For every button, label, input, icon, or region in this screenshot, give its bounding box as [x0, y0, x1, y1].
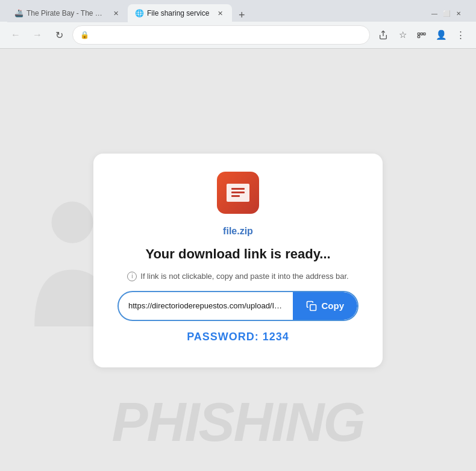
svg-rect-2: [421, 33, 422, 35]
minimize-button[interactable]: —: [430, 9, 439, 17]
lock-icon: 🔒: [80, 31, 89, 39]
page-content: PHISHING file.zip Your download link is …: [0, 49, 476, 471]
watermark-text: PHISHING: [111, 391, 364, 454]
title-bar: 🚢 The Pirate Bay - The galaxy's mo… ✕ 🌐 …: [0, 0, 476, 22]
menu-button[interactable]: ⋮: [452, 27, 469, 43]
forward-button[interactable]: →: [29, 27, 46, 43]
window-controls: — ⬜ ✕: [430, 9, 463, 17]
file-line-2: [231, 192, 245, 193]
download-headline: Your download link is ready...: [145, 246, 330, 262]
tab-piratebay-title: The Pirate Bay - The galaxy's mo…: [27, 9, 105, 17]
tab-filesharing[interactable]: 🌐 File sharing service ✕: [128, 4, 232, 22]
password-label: PASSWORD: 1234: [187, 331, 289, 343]
toolbar: ← → ↻ 🔒 ☆: [0, 22, 476, 48]
tab-filesharing-title: File sharing service: [147, 9, 209, 17]
address-bar[interactable]: 🔒: [72, 25, 370, 45]
share-button[interactable]: [375, 27, 392, 43]
bookmark-button[interactable]: ☆: [394, 27, 411, 43]
tab-piratebay-close[interactable]: ✕: [111, 8, 121, 18]
copy-icon: [306, 301, 317, 311]
reload-button[interactable]: ↻: [51, 27, 67, 43]
svg-rect-3: [424, 33, 425, 35]
extensions-button[interactable]: [413, 27, 430, 43]
new-tab-button[interactable]: +: [234, 8, 249, 22]
copy-button-label: Copy: [322, 301, 345, 311]
hint-row: i If link is not clickable, copy and pas…: [127, 272, 348, 281]
hint-icon: i: [127, 272, 137, 281]
link-url-text: https://directorioderepuestos.com/upload…: [119, 301, 293, 310]
download-card: file.zip Your download link is ready... …: [93, 154, 383, 367]
tab-filesharing-favicon: 🌐: [135, 9, 143, 17]
file-line-3: [231, 195, 240, 197]
tabs-row: 🚢 The Pirate Bay - The galaxy's mo… ✕ 🌐 …: [7, 4, 428, 22]
tab-filesharing-close[interactable]: ✕: [215, 8, 225, 18]
file-icon-lines: [231, 188, 245, 197]
browser-chrome: 🚢 The Pirate Bay - The galaxy's mo… ✕ 🌐 …: [0, 0, 476, 49]
hint-text: If link is not clickable, copy and paste…: [140, 272, 348, 281]
close-button[interactable]: ✕: [454, 9, 463, 17]
file-icon-inner: [227, 184, 249, 202]
back-button[interactable]: ←: [7, 27, 24, 43]
svg-rect-6: [310, 304, 316, 310]
file-icon: [217, 172, 259, 214]
profile-button[interactable]: 👤: [433, 27, 449, 43]
svg-point-5: [51, 202, 93, 243]
tab-piratebay[interactable]: 🚢 The Pirate Bay - The galaxy's mo… ✕: [7, 4, 128, 22]
copy-button[interactable]: Copy: [293, 292, 358, 320]
tab-piratebay-favicon: 🚢: [14, 9, 23, 17]
file-line-1: [231, 188, 245, 190]
filename-link[interactable]: file.zip: [223, 226, 253, 237]
link-row: https://directorioderepuestos.com/upload…: [117, 291, 359, 321]
maximize-button[interactable]: ⬜: [442, 9, 451, 17]
toolbar-actions: ☆ 👤 ⋮: [375, 27, 469, 43]
svg-rect-4: [418, 36, 419, 37]
svg-rect-1: [418, 33, 419, 35]
